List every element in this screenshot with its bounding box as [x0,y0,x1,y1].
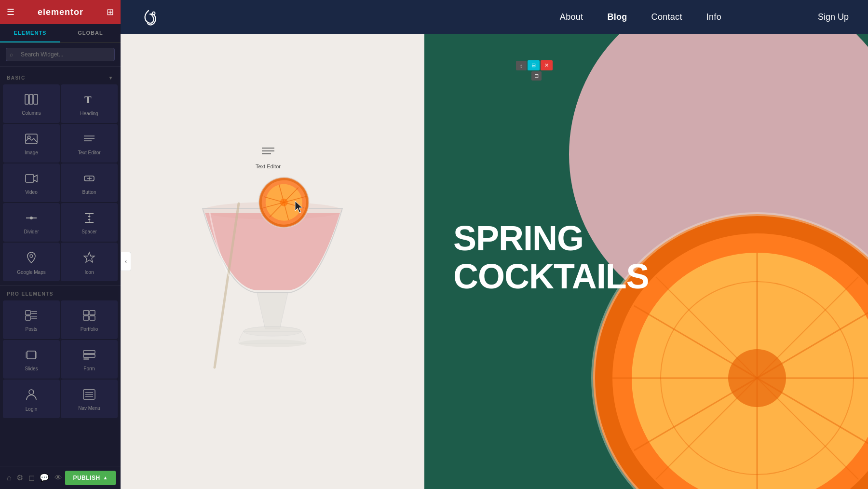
footer-eye-icon[interactable]: 👁 [53,472,64,484]
widget-columns[interactable]: Columns [3,84,60,123]
widget-login[interactable]: Login [3,380,60,418]
icon-widget-icon [83,251,95,267]
widget-portfolio-label: Portfolio [81,326,98,332]
widget-spacer[interactable]: Spacer [61,203,118,242]
main-content: About Blog Contact Info Sign Up ↕ ⊟ ✕ ⊟ … [121,0,868,489]
svg-rect-37 [83,358,89,360]
widget-divider-label: Divider [24,229,39,234]
login-icon [26,388,37,404]
nav-signup[interactable]: Sign Up [818,12,849,22]
svg-marker-21 [84,252,95,262]
grid-icon[interactable]: ⊞ [107,7,114,17]
widget-video[interactable]: Video [3,163,60,202]
svg-rect-4 [26,134,37,144]
text-editor-icon [83,134,95,147]
pro-section-header: PRO ELEMENTS [0,285,121,299]
nav-logo [140,6,162,28]
widget-form[interactable]: Form [61,340,118,379]
svg-rect-32 [27,351,36,359]
pro-section-label: PRO ELEMENTS [7,291,54,297]
floating-text-editor-widget[interactable]: Text Editor [256,145,281,169]
footer-settings-icon[interactable]: ⚙ [14,471,25,484]
widget-spacer-label: Spacer [81,229,97,234]
widget-login-label: Login [26,407,37,412]
footer-home-icon[interactable]: ⌂ [5,472,14,484]
widget-icon[interactable]: Icon [61,243,118,281]
tab-elements[interactable]: ELEMENTS [0,24,60,42]
svg-marker-19 [88,219,91,221]
svg-point-38 [29,390,34,394]
basic-widgets-grid: Columns T Heading [0,82,121,283]
svg-rect-34 [35,352,37,358]
video-icon [25,173,38,187]
svg-rect-28 [83,311,89,315]
publish-button[interactable]: PUBLISH ▲ [65,471,116,485]
widget-button[interactable]: Button [61,163,118,202]
nav-link-about[interactable]: About [560,12,583,22]
svg-rect-0 [25,95,28,104]
publish-label: PUBLISH [73,475,100,481]
spring-cocktails-text: SPRING COCKTAILS [453,219,649,296]
widget-form-label: Form [83,366,95,371]
canvas-area: ↕ ⊟ ✕ ⊟ ‹ Text Editor [121,34,868,489]
widget-google-maps-label: Google Maps [17,270,45,275]
svg-marker-18 [88,215,91,217]
widget-slides[interactable]: Slides [3,340,60,379]
search-input[interactable] [6,48,115,61]
basic-chevron-icon[interactable]: ▼ [108,75,114,81]
floating-widget-label: Text Editor [256,163,281,169]
google-maps-icon [26,251,37,267]
widget-image[interactable]: Image [3,124,60,163]
widget-posts[interactable]: Posts [3,300,60,339]
toolbar-close-button[interactable]: ✕ [541,60,553,70]
nav-menu-icon [83,389,95,403]
button-icon [83,173,95,187]
widget-button-label: Button [82,190,96,195]
svg-point-14 [30,217,33,219]
nav-link-contact[interactable]: Contact [651,12,682,22]
toolbar-edit-button[interactable]: ↕ [516,61,527,70]
tab-global[interactable]: GLOBAL [60,24,121,42]
nav-link-blog[interactable]: Blog [607,12,627,22]
widget-posts-label: Posts [25,326,37,332]
svg-rect-31 [90,316,95,320]
section-handle[interactable]: ⊟ [531,71,542,81]
widget-google-maps[interactable]: Google Maps [3,243,60,281]
widget-nav-menu[interactable]: Nav Menu [61,380,118,418]
divider-icon [25,213,38,226]
spring-text-line2: COCKTAILS [453,257,649,296]
widget-nav-menu-label: Nav Menu [78,406,100,411]
nav-link-info[interactable]: Info [706,12,721,22]
widget-text-editor[interactable]: Text Editor [61,124,118,163]
collapse-arrow[interactable]: ‹ [121,252,131,271]
widget-heading[interactable]: T Heading [61,84,118,123]
widget-image-label: Image [25,150,38,155]
form-icon [83,350,95,363]
widget-columns-label: Columns [22,110,41,116]
svg-rect-35 [83,351,95,353]
widget-divider[interactable]: Divider [3,203,60,242]
svg-point-20 [30,255,33,258]
basic-section-header: BASIC ▼ [0,71,121,82]
columns-icon [25,94,38,108]
sidebar-header: ☰ elementor ⊞ [0,0,121,24]
sidebar-tabs: ELEMENTS GLOBAL [0,24,121,43]
hamburger-icon[interactable]: ☰ [7,7,14,17]
sidebar-search: ⌕ [0,43,121,67]
widget-heading-label: Heading [80,111,98,116]
svg-rect-22 [26,311,30,315]
svg-point-59 [239,340,306,347]
footer-responsive-icon[interactable]: ◻ [27,471,37,484]
publish-arrow-icon: ▲ [103,475,108,480]
widget-icon-label: Icon [85,270,94,275]
widget-portfolio[interactable]: Portfolio [61,300,118,339]
footer-chat-icon[interactable]: 💬 [38,471,51,484]
toolbar-column-button[interactable]: ⊟ [528,60,540,70]
slides-icon [25,350,38,363]
canvas-left: Text Editor [121,34,424,489]
svg-rect-36 [83,354,95,357]
spring-text-line1: SPRING [453,219,583,258]
nav-links: About Blog Contact Info [560,12,721,22]
spacer-icon [83,213,95,226]
portfolio-icon [83,310,95,324]
